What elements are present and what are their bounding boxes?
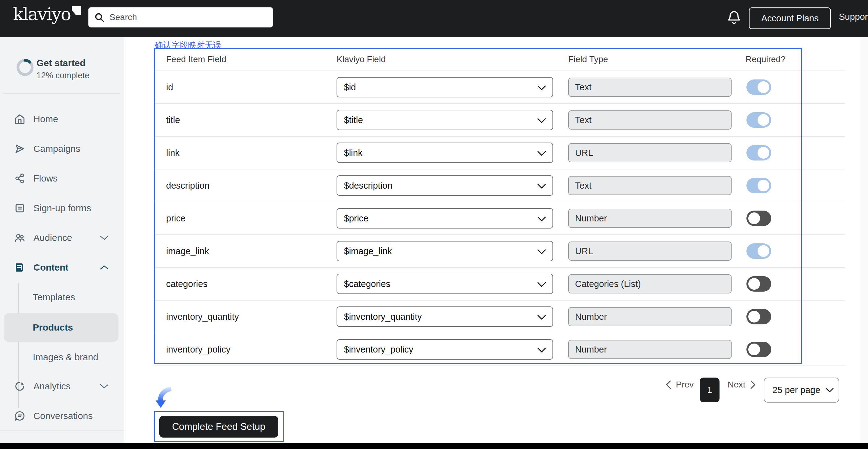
analytics-icon	[14, 381, 25, 392]
klaviyo-field-value: $title	[344, 115, 363, 125]
sidebar-item-products[interactable]: Products	[4, 313, 119, 342]
required-toggle[interactable]	[746, 112, 771, 128]
table-header-row: Feed Item Field Klaviyo Field Field Type…	[155, 49, 845, 71]
required-toggle[interactable]	[746, 309, 771, 324]
curved-arrow-icon	[155, 387, 176, 409]
table-row: link $link URL	[155, 137, 845, 169]
get-started-card[interactable]: Get started 12% complete	[0, 51, 124, 91]
sidebar-item-campaigns[interactable]: Campaigns	[0, 134, 124, 164]
search-input[interactable]	[109, 12, 265, 23]
klaviyo-field-value: $description	[344, 181, 392, 191]
flows-icon	[14, 173, 25, 184]
sidebar-item-analytics[interactable]: Analytics	[0, 372, 124, 401]
klaviyo-field-select[interactable]: $description	[337, 175, 553, 196]
field-type-value: URL	[575, 148, 593, 158]
field-type-box: Number	[568, 209, 732, 228]
field-type-box: URL	[568, 143, 732, 162]
sidebar-item-flows[interactable]: Flows	[0, 164, 124, 193]
required-toggle[interactable]	[746, 276, 771, 292]
sidebar-item-templates[interactable]: Templates	[0, 283, 124, 311]
klaviyo-logo[interactable]: klaviyo	[13, 6, 81, 23]
field-type-box: Text	[568, 110, 732, 130]
sidebar-item-signup-forms[interactable]: Sign-up forms	[0, 193, 124, 223]
klaviyo-field-select[interactable]: $image_link	[337, 241, 553, 261]
table-rows: id $id Text title $title	[155, 71, 845, 366]
chevron-down-icon	[537, 151, 546, 158]
sidebar-item-content[interactable]: Content	[0, 253, 124, 282]
toggle-knob	[757, 245, 769, 257]
field-type-value: Text	[575, 181, 591, 191]
account-plans-button[interactable]: Account Plans	[749, 7, 831, 29]
field-type-box: Number	[568, 340, 732, 359]
klaviyo-field-select[interactable]: $title	[337, 110, 553, 130]
klaviyo-field-select[interactable]: $inventory_policy	[337, 339, 553, 360]
support-link[interactable]: Support	[839, 12, 868, 22]
klaviyo-field-select[interactable]: $id	[337, 77, 553, 97]
chevron-right-icon	[750, 380, 756, 389]
table-row: categories $categories Categories (List)	[155, 268, 845, 300]
feed-field-label: price	[166, 213, 186, 224]
toggle-knob	[757, 81, 769, 93]
table-row: title $title Text	[155, 104, 845, 137]
sidebar-item-images-brand[interactable]: Images & brand	[0, 343, 124, 372]
field-type-box: Text	[568, 176, 732, 195]
klaviyo-field-select[interactable]: $price	[337, 208, 553, 228]
klaviyo-field-value: $link	[344, 148, 363, 158]
required-toggle[interactable]	[746, 145, 771, 160]
required-toggle[interactable]	[746, 211, 771, 226]
notifications-bell-icon[interactable]	[727, 10, 741, 26]
next-page-button[interactable]: Next	[727, 380, 756, 390]
toggle-knob	[748, 213, 760, 224]
chevron-down-icon	[537, 118, 546, 125]
field-type-box: URL	[568, 242, 732, 261]
chevron-up-icon	[100, 265, 109, 270]
klaviyo-field-value: $price	[344, 213, 368, 224]
main-content: 确认字段映射无误 Feed Item Field Klaviyo Field F…	[124, 37, 868, 443]
send-icon	[14, 143, 25, 154]
chevron-down-icon	[537, 216, 546, 223]
feed-field-label: inventory_quantity	[166, 312, 239, 322]
feed-field-label: title	[166, 115, 180, 125]
col-header-field-type: Field Type	[568, 55, 608, 64]
field-type-box: Text	[568, 77, 732, 97]
klaviyo-field-select[interactable]: $inventory_quantity	[337, 307, 553, 327]
required-toggle[interactable]	[746, 244, 771, 259]
chevron-down-icon	[537, 249, 546, 256]
required-toggle[interactable]	[746, 178, 771, 193]
vertical-scrollbar[interactable]	[860, 37, 868, 443]
required-toggle[interactable]	[746, 342, 771, 357]
global-search[interactable]	[89, 7, 273, 27]
toggle-knob	[757, 180, 769, 191]
col-header-klaviyo-field: Klaviyo Field	[337, 55, 386, 64]
feed-field-label: description	[166, 181, 210, 191]
complete-feed-setup-button[interactable]: Complete Feed Setup	[159, 416, 278, 438]
prev-page-button[interactable]: Prev	[665, 380, 694, 390]
form-icon	[14, 202, 25, 214]
chevron-down-icon	[537, 315, 546, 322]
field-type-value: Categories (List)	[575, 279, 641, 289]
field-type-value: Number	[575, 312, 607, 322]
content-icon	[14, 262, 25, 273]
topbar: klaviyo Account Plans Support	[0, 0, 868, 37]
field-type-box: Number	[568, 307, 732, 326]
table-row: inventory_policy $inventory_policy Numbe…	[155, 333, 845, 366]
table-row: inventory_quantity $inventory_quantity N…	[155, 300, 845, 333]
conversations-icon	[14, 410, 25, 421]
sidebar-item-conversations[interactable]: Conversations	[0, 401, 124, 431]
per-page-select[interactable]: 25 per page	[764, 378, 839, 403]
sidebar-bottom-divider	[0, 430, 124, 431]
sidebar-divider	[3, 93, 120, 94]
progress-ring	[16, 59, 34, 76]
current-page-button[interactable]: 1	[700, 378, 719, 402]
chevron-down-icon	[537, 347, 546, 354]
table-row: description $description Text	[155, 169, 845, 202]
sidebar-item-home[interactable]: Home	[0, 104, 124, 134]
klaviyo-field-select[interactable]: $categories	[337, 274, 553, 294]
bottom-bar	[0, 443, 868, 449]
col-header-required: Required?	[745, 55, 785, 64]
sidebar-item-audience[interactable]: Audience	[0, 223, 124, 253]
required-toggle[interactable]	[746, 79, 771, 95]
klaviyo-field-select[interactable]: $link	[337, 142, 553, 163]
col-header-feed-item-field: Feed Item Field	[166, 55, 226, 64]
field-mapping-table: Feed Item Field Klaviyo Field Field Type…	[155, 49, 845, 366]
